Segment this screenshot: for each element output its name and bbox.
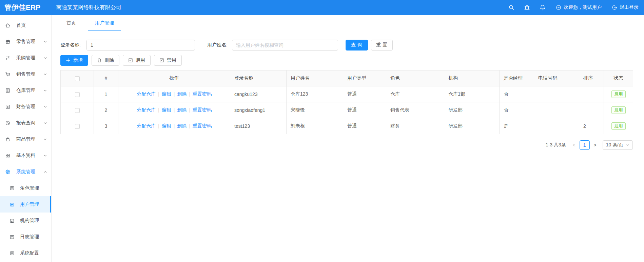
row-checkbox[interactable]	[75, 108, 80, 113]
select-all-checkbox[interactable]	[75, 76, 80, 81]
sidebar-item-label: 销售管理	[16, 71, 35, 77]
sidebar-item-purchase[interactable]: 采购管理	[0, 50, 51, 66]
row-checkbox[interactable]	[75, 92, 80, 97]
col-header-index: #	[94, 70, 118, 86]
enable-button[interactable]: 启用	[123, 55, 151, 66]
col-header-manager: 是否经理	[500, 70, 534, 86]
col-header-phone: 电话号码	[534, 70, 579, 86]
swap-icon	[5, 55, 11, 61]
chevron-down-icon	[43, 154, 47, 158]
document-icon	[9, 218, 15, 223]
pagination: 1-3 共3条 < 1 > 10 条/页	[60, 140, 633, 150]
sidebar-item-label: 用户管理	[20, 201, 39, 207]
cell-sort: 2	[579, 118, 604, 134]
sidebar-item-log-management[interactable]: 日志管理	[0, 229, 51, 245]
sidebar-item-home[interactable]: 首页	[0, 17, 51, 34]
assign-warehouse-link[interactable]: 分配仓库	[137, 123, 156, 128]
main-area: 首页 用户管理 登录名称: 用户姓名: 查询 重置 新增	[52, 15, 644, 262]
tab-user-management[interactable]: 用户管理	[88, 15, 121, 31]
page-size-select[interactable]: 10 条/页	[603, 140, 633, 150]
status-badge: 启用	[611, 90, 626, 98]
app-logo: 管伊佳ERP	[0, 3, 52, 12]
add-button[interactable]: 新增	[60, 55, 88, 66]
cell-type: 普通	[343, 118, 386, 134]
tab-home[interactable]: 首页	[60, 15, 83, 31]
trash-icon	[97, 58, 102, 63]
user-table: # 操作 登录名称 用户姓名 用户类型 角色 机构 是否经理 电话号码 排序 状…	[60, 70, 633, 134]
login-name-input[interactable]	[86, 40, 195, 51]
sidebar-item-role-management[interactable]: 角色管理	[0, 180, 51, 196]
sidebar: 首页 零售管理 采购管理 销售管理	[0, 15, 52, 262]
user-menu[interactable]: 欢迎您，测试用户	[556, 4, 602, 11]
reset-password-link[interactable]: 重置密码	[193, 91, 212, 97]
document-icon	[9, 186, 15, 191]
caret-down-icon	[626, 143, 629, 147]
delete-link[interactable]: 删除	[177, 123, 187, 128]
cell-login: songxiaofeng1	[230, 102, 287, 118]
cell-login: test123	[230, 118, 287, 134]
cell-index: 3	[94, 118, 118, 134]
bell-icon[interactable]	[540, 4, 546, 11]
cell-org: 研发部	[444, 102, 500, 118]
sidebar-item-goods[interactable]: 商品管理	[0, 131, 51, 147]
bag-icon	[5, 137, 11, 142]
reset-button[interactable]: 重置	[371, 40, 393, 51]
user-dropdown-icon	[556, 5, 561, 10]
sidebar-item-sales[interactable]: 销售管理	[0, 66, 51, 82]
assign-warehouse-link[interactable]: 分配仓库	[137, 91, 156, 97]
search-icon[interactable]	[508, 4, 514, 11]
delete-link[interactable]: 删除	[177, 91, 187, 97]
reset-password-link[interactable]: 重置密码	[193, 123, 212, 128]
edit-link[interactable]: 编辑	[162, 123, 171, 128]
home-icon	[5, 23, 11, 28]
cell-login: cangku123	[230, 86, 287, 102]
sidebar-item-system-config[interactable]: 系统配置	[0, 245, 51, 261]
sidebar-item-base-data[interactable]: 基本资料	[0, 147, 51, 164]
finance-icon	[5, 104, 11, 109]
cell-type: 普通	[343, 102, 386, 118]
row-checkbox[interactable]	[75, 124, 80, 129]
pie-chart-icon	[5, 120, 11, 126]
prev-page-button[interactable]: <	[570, 142, 578, 148]
cell-name: 宋晓锋	[287, 102, 343, 118]
logout-text: 退出登录	[620, 4, 639, 11]
sidebar-item-warehouse[interactable]: 仓库管理	[0, 82, 51, 99]
reset-password-link[interactable]: 重置密码	[193, 107, 212, 113]
col-header-login: 登录名称	[230, 70, 287, 86]
sidebar-item-retail[interactable]: 零售管理	[0, 34, 51, 50]
sidebar-item-label: 系统管理	[16, 169, 35, 175]
search-button[interactable]: 查询	[346, 40, 368, 51]
current-page[interactable]: 1	[580, 140, 590, 150]
toolbar: 新增 删除 启用 禁用	[60, 55, 635, 66]
sidebar-item-system[interactable]: 系统管理	[0, 164, 51, 180]
document-icon	[9, 251, 15, 256]
sidebar-item-label: 采购管理	[16, 55, 35, 61]
col-header-status: 状态	[604, 70, 633, 86]
cell-manager: 否	[500, 102, 534, 118]
cell-name: 刘老根	[287, 118, 343, 134]
disable-button[interactable]: 禁用	[154, 55, 182, 66]
app-header: 管伊佳ERP 南通某某网络科技有限公司 欢迎您，测试用户 退出登录	[0, 0, 644, 15]
sidebar-item-finance[interactable]: 财务管理	[0, 99, 51, 115]
cell-sort	[579, 102, 604, 118]
sidebar-item-label: 商品管理	[16, 136, 35, 142]
gift-icon	[5, 39, 11, 44]
cell-manager: 是	[500, 118, 534, 134]
assign-warehouse-link[interactable]: 分配仓库	[137, 107, 156, 113]
cell-manager: 否	[500, 86, 534, 102]
user-name-input[interactable]	[232, 40, 338, 51]
delete-link[interactable]: 删除	[177, 107, 187, 113]
sidebar-item-user-management[interactable]: 用户管理	[0, 196, 51, 213]
next-page-button[interactable]: >	[591, 142, 599, 148]
sidebar-item-org-management[interactable]: 机构管理	[0, 213, 51, 229]
edit-link[interactable]: 编辑	[162, 91, 171, 97]
bank-icon[interactable]	[524, 4, 530, 11]
delete-button[interactable]: 删除	[92, 55, 119, 66]
edit-link[interactable]: 编辑	[162, 107, 171, 113]
status-badge: 启用	[611, 106, 626, 114]
logout-button[interactable]: 退出登录	[612, 4, 639, 11]
sidebar-item-label: 财务管理	[16, 104, 35, 110]
chevron-down-icon	[43, 138, 47, 141]
sidebar-item-reports[interactable]: 报表查询	[0, 115, 51, 131]
sidebar-item-label: 首页	[16, 22, 26, 28]
